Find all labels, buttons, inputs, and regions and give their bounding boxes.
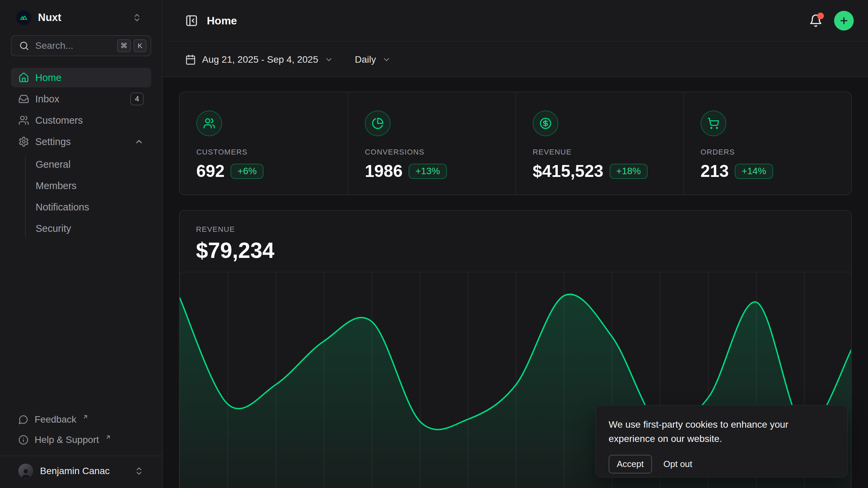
help-support-link[interactable]: Help & Support xyxy=(11,430,151,450)
sidebar-item-customers[interactable]: Customers xyxy=(11,110,151,130)
sidebar-item-notifications[interactable]: Notifications xyxy=(25,197,151,218)
stat-value: 213 xyxy=(701,161,729,181)
workspace-name: Nuxt xyxy=(38,12,61,24)
chevron-down-icon xyxy=(382,55,391,64)
gear-icon xyxy=(18,136,29,147)
stat-label: ORDERS xyxy=(701,148,851,157)
sidebar-item-inbox[interactable]: Inbox 4 xyxy=(11,89,151,109)
stat-value: 1986 xyxy=(365,161,402,181)
stat-label: CONVERSIONS xyxy=(365,148,515,157)
stat-conversions[interactable]: CONVERSIONS 1986 +13% xyxy=(348,92,515,195)
kbd-cmd: ⌘ xyxy=(117,39,131,52)
users-icon xyxy=(196,110,222,136)
settings-subnav: General Members Notifications Security xyxy=(25,153,151,241)
pie-chart-icon xyxy=(365,110,391,136)
sidebar-nav: Home Inbox 4 Customers Settings Ge xyxy=(11,68,151,241)
chevron-down-icon xyxy=(324,55,333,64)
page-title: Home xyxy=(207,15,237,27)
search-icon xyxy=(19,41,29,51)
period-select[interactable]: Daily xyxy=(355,54,391,65)
date-range-label: Aug 21, 2025 - Sep 4, 2025 xyxy=(202,54,318,65)
revenue-chart-value: $79,234 xyxy=(196,238,851,263)
unread-notification-dot xyxy=(817,13,824,19)
cart-icon xyxy=(701,110,726,136)
feedback-label: Feedback xyxy=(35,414,76,425)
message-bubble-icon xyxy=(18,414,28,425)
external-link-icon xyxy=(82,414,88,420)
accept-cookies-button[interactable]: Accept xyxy=(609,455,652,473)
stat-label: CUSTOMERS xyxy=(196,148,348,157)
sidebar-item-label: Home xyxy=(35,72,61,83)
optout-cookies-button[interactable]: Opt out xyxy=(664,459,692,469)
sidebar-item-members[interactable]: Members xyxy=(25,175,151,197)
sidebar-footer: Feedback Help & Support Benjamin Canac xyxy=(0,409,162,488)
user-name: Benjamin Canac xyxy=(40,466,110,476)
stat-value: $415,523 xyxy=(533,161,604,181)
sidebar-item-general[interactable]: General xyxy=(25,154,151,175)
stat-customers[interactable]: CUSTOMERS 692 +6% xyxy=(180,92,348,195)
sidebar-item-home[interactable]: Home xyxy=(11,68,151,87)
cookie-message: We use first-party cookies to enhance yo… xyxy=(609,418,834,446)
notifications-button[interactable] xyxy=(809,14,823,27)
info-circle-icon xyxy=(18,435,28,445)
stats-row: CUSTOMERS 692 +6% CONVERSIONS 1986 +13% … xyxy=(179,92,852,195)
stat-value: 692 xyxy=(196,161,224,181)
sidebar-item-label: Inbox xyxy=(35,94,59,105)
chevrons-up-down-icon xyxy=(132,13,142,22)
sidebar-item-label: Settings xyxy=(35,136,71,147)
home-icon xyxy=(18,72,29,83)
chevrons-up-down-icon xyxy=(134,466,144,476)
add-button[interactable] xyxy=(834,11,854,30)
sidebar-item-security[interactable]: Security xyxy=(25,218,151,239)
search-input[interactable]: Search... ⌘ K xyxy=(11,35,151,56)
workspace-switcher[interactable]: Nuxt xyxy=(16,10,146,25)
filters-toolbar: Aug 21, 2025 - Sep 4, 2025 Daily xyxy=(163,43,868,77)
collapse-sidebar-icon[interactable] xyxy=(185,14,198,27)
date-range-picker[interactable]: Aug 21, 2025 - Sep 4, 2025 xyxy=(185,54,333,65)
page-header: Home xyxy=(163,0,868,42)
stat-delta-badge: +6% xyxy=(231,164,263,179)
stat-revenue[interactable]: REVENUE $415,523 +18% xyxy=(515,92,683,195)
external-link-icon xyxy=(105,434,111,440)
revenue-chart-label: REVENUE xyxy=(196,225,851,234)
cookie-consent-toast: We use first-party cookies to enhance yo… xyxy=(595,405,848,477)
stat-delta-badge: +14% xyxy=(735,164,773,179)
plus-icon xyxy=(839,16,849,26)
calendar-icon xyxy=(185,54,196,65)
sidebar: Nuxt Search... ⌘ K Home Inbox 4 xyxy=(0,0,163,488)
inbox-icon xyxy=(18,94,29,104)
avatar xyxy=(18,464,33,479)
nuxt-logo-icon xyxy=(16,10,31,25)
search-shortcut: ⌘ K xyxy=(117,39,146,52)
period-label: Daily xyxy=(355,54,376,65)
stat-orders[interactable]: ORDERS 213 +14% xyxy=(683,92,851,195)
chevron-up-icon xyxy=(134,137,144,146)
sidebar-item-settings[interactable]: Settings xyxy=(11,132,151,151)
search-placeholder: Search... xyxy=(35,40,73,51)
users-icon xyxy=(18,115,29,126)
user-menu[interactable]: Benjamin Canac xyxy=(0,455,162,488)
kbd-k: K xyxy=(134,39,146,52)
help-support-label: Help & Support xyxy=(35,434,99,445)
stat-label: REVENUE xyxy=(533,148,683,157)
inbox-count-badge: 4 xyxy=(130,93,144,105)
stat-delta-badge: +13% xyxy=(409,164,447,179)
feedback-link[interactable]: Feedback xyxy=(11,409,151,430)
dollar-circle-icon xyxy=(533,110,558,136)
sidebar-item-label: Customers xyxy=(35,115,83,126)
stat-delta-badge: +18% xyxy=(610,164,648,179)
